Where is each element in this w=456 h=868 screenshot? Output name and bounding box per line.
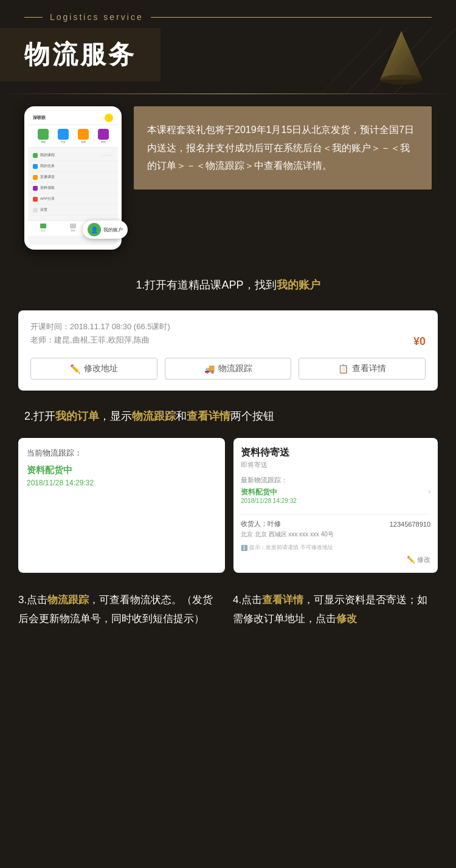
order-teacher: 老师：建昆,曲根,王菲,欧阳萍,陈曲 bbox=[30, 335, 150, 346]
notice-icon: ℹ️ bbox=[241, 545, 247, 551]
tracking-card-label: 当前物流跟踪： bbox=[27, 448, 216, 459]
title-section: 物流服务 bbox=[0, 28, 456, 94]
account-bubble-text: 我的账户 bbox=[103, 227, 123, 233]
tracking-button[interactable]: 🚚 物流跟踪 bbox=[165, 358, 292, 380]
detail-label: 查看详情 bbox=[352, 363, 386, 374]
header-section: Logistics service bbox=[0, 0, 456, 28]
description-text: 本课程套装礼包将于2019年1月15日从北京发货，预计全国7日内送达，报名并支付… bbox=[147, 121, 418, 175]
order-buttons-row: ✏️ 修改地址 🚚 物流跟踪 📋 查看详情 bbox=[30, 358, 426, 380]
edit-pencil-icon: ✏️ bbox=[407, 556, 415, 564]
step1-highlight: 我的账户 bbox=[277, 279, 320, 291]
tracking-card: 当前物流跟踪： 资料配货中 2018/11/28 14:29:32 bbox=[18, 438, 225, 573]
detail-edit-button[interactable]: ✏️ 修改 bbox=[241, 555, 430, 564]
order-price: ¥0 bbox=[413, 335, 426, 348]
phone-menu-list: 我的课程 我的任务 直播课堂 资料领取 APP分享 设置 bbox=[28, 148, 118, 218]
edit-btn-label: 修改 bbox=[417, 555, 430, 564]
detail-divider bbox=[241, 514, 430, 514]
step2-text-middle: ，显示 bbox=[99, 410, 132, 422]
edit-address-button[interactable]: ✏️ 修改地址 bbox=[30, 358, 157, 380]
step1-text-before: 1.打开有道精品课APP，找到 bbox=[136, 279, 276, 291]
tracking-label: 物流跟踪 bbox=[218, 363, 252, 374]
step4-highlight2: 修改 bbox=[336, 613, 357, 624]
tracking-card-time: 2018/11/28 14:29:32 bbox=[27, 479, 216, 487]
page-title: 物流服务 bbox=[24, 38, 136, 72]
step1-label: 1.打开有道精品课APP，找到我的账户 bbox=[0, 268, 456, 310]
step4-text: 4.点击查看详情，可显示资料是否寄送；如需修改订单地址，点击修改 bbox=[233, 591, 438, 628]
order-course-time: 开课时间：2018.11.17 08:30 (66.5课时) bbox=[30, 321, 426, 332]
step2-text-before: 2.打开 bbox=[24, 410, 55, 422]
phone-app-name: 深联联 bbox=[33, 115, 46, 121]
detail-section-label: 最新物流跟踪： bbox=[241, 476, 430, 485]
svg-line-3 bbox=[292, 28, 383, 94]
description-box: 本课程套装礼包将于2019年1月15日从北京发货，预计全国7日内送达，报名并支付… bbox=[134, 106, 432, 190]
detail-button[interactable]: 📋 查看详情 bbox=[299, 358, 426, 380]
step3-text: 3.点击物流跟踪，可查看物流状态。（发货后会更新物流单号，同时收到短信提示） bbox=[18, 591, 223, 628]
description-section: 深联联 课程 作业 直播 资料 bbox=[0, 94, 456, 268]
arrow-icon: › bbox=[428, 487, 430, 496]
truck-icon: 🚚 bbox=[204, 364, 215, 374]
detail-status: 资料配货中 bbox=[241, 487, 297, 497]
step2-label: 2.打开我的订单，显示物流跟踪和查看详情两个按钮 bbox=[0, 403, 456, 438]
cone-decoration bbox=[377, 31, 426, 94]
title-background: 物流服务 bbox=[0, 28, 161, 81]
notice-text: 提示：发发前请谨慎 不可修改地址 bbox=[249, 544, 333, 552]
logistics-service-text: Logistics service bbox=[50, 12, 143, 22]
step2-text-and: 和 bbox=[176, 410, 187, 422]
steps-bottom: 3.点击物流跟踪，可查看物流状态。（发货后会更新物流单号，同时收到短信提示） 4… bbox=[0, 585, 456, 646]
step2-highlight1: 我的订单 bbox=[55, 410, 99, 422]
step4-highlight: 查看详情 bbox=[262, 594, 303, 606]
step3-text-before: 3.点击 bbox=[18, 594, 47, 606]
svg-marker-4 bbox=[380, 31, 423, 80]
order-card: 开课时间：2018.11.17 08:30 (66.5课时) 老师：建昆,曲根,… bbox=[18, 310, 438, 391]
detail-icon: 📋 bbox=[338, 364, 348, 374]
step2-text-after: 两个按钮 bbox=[230, 410, 274, 422]
step2-highlight3: 查看详情 bbox=[187, 410, 230, 422]
detail-address: 北京 北京 西城区 xxx xxx xxx 40号 bbox=[241, 530, 430, 539]
step3-highlight: 物流跟踪 bbox=[47, 594, 89, 606]
svg-point-5 bbox=[380, 75, 423, 84]
account-bubble: 👤 我的账户 bbox=[83, 220, 128, 239]
logistics-service-label: Logistics service bbox=[24, 12, 432, 22]
phone-avatar bbox=[105, 114, 113, 122]
bottom-cards: 当前物流跟踪： 资料配货中 2018/11/28 14:29:32 资料待寄送 … bbox=[0, 438, 456, 585]
detail-card-title: 资料待寄送 bbox=[241, 446, 430, 459]
step4-text-before: 4.点击 bbox=[233, 594, 262, 606]
edit-address-label: 修改地址 bbox=[84, 363, 118, 374]
edit-icon: ✏️ bbox=[70, 364, 80, 374]
detail-receiver: 收货人：叶修 bbox=[241, 519, 281, 528]
step2-highlight2: 物流跟踪 bbox=[132, 410, 176, 422]
detail-phone: 12345678910 bbox=[390, 521, 430, 528]
detail-card: 资料待寄送 即将寄送 最新物流跟踪： 资料配货中 2018/11/28 14:2… bbox=[233, 438, 438, 573]
phone-mockup: 深联联 课程 作业 直播 资料 bbox=[24, 106, 122, 250]
detail-notice: ℹ️ 提示：发发前请谨慎 不可修改地址 bbox=[241, 544, 430, 552]
detail-card-subtitle: 即将寄送 bbox=[241, 460, 430, 470]
tracking-card-status: 资料配货中 bbox=[27, 465, 216, 476]
detail-time: 2018/11/28 14:29:32 bbox=[241, 497, 297, 504]
account-avatar-icon: 👤 bbox=[88, 223, 101, 236]
